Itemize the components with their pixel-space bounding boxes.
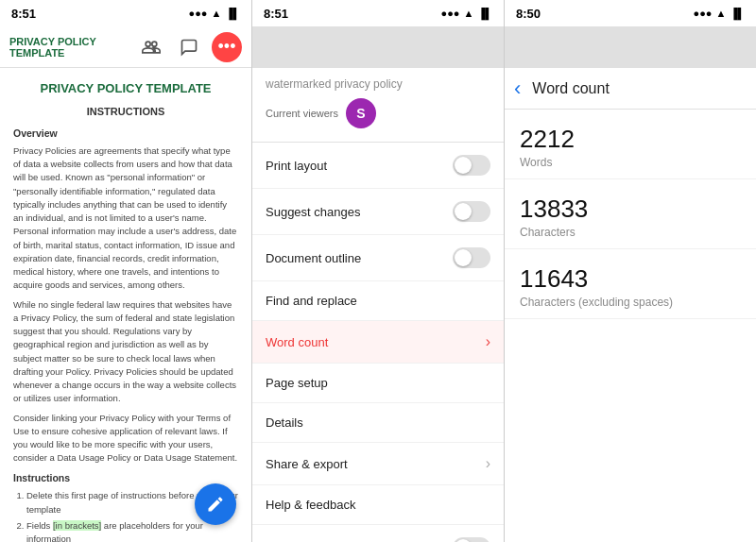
suggest-changes-toggle[interactable] [453, 201, 490, 222]
menu-item-label: Suggest changes [266, 205, 360, 219]
menu-item-suggest-changes[interactable]: Suggest changes [252, 189, 504, 235]
highlight-brackets: [in brackets] [53, 520, 101, 531]
menu-item-label: Document outline [266, 251, 361, 265]
para-2: While no single federal law requires tha… [13, 298, 238, 406]
instructions-heading: Instructions [13, 471, 238, 486]
word-count-sheet: ‹ Word count 2212 Words 13833 Characters… [505, 68, 756, 542]
menu-list: Print layout Suggest changes Document ou… [252, 143, 504, 542]
wifi-icon: ▲ [212, 8, 222, 19]
print-layout-toggle[interactable] [453, 155, 490, 176]
menu-item-details[interactable]: Details [252, 403, 504, 443]
doc-title-label: PRIVACY POLICY TEMPLATE [9, 36, 129, 59]
menu-item-print-layout[interactable]: Print layout [252, 143, 504, 189]
menu-item-label: Share & export [266, 457, 348, 471]
menu-item-find-replace[interactable]: Find and replace [252, 281, 504, 321]
para-3: Consider linking your Privacy Policy wit… [13, 412, 238, 466]
more-options-button[interactable]: ••• [212, 32, 242, 62]
signal-icon-3: ●●● [694, 8, 713, 19]
current-viewers-label: Current viewers [266, 108, 338, 119]
words-label: Words [520, 156, 741, 169]
menu-item-help[interactable]: Help & feedback [252, 485, 504, 525]
menu-item-word-count[interactable]: Word count › [252, 321, 504, 364]
status-icons-3: ●●● ▲ ▐▌ [694, 8, 745, 19]
wifi-icon-2: ▲ [464, 8, 474, 19]
panel-1: 8:51 ●●● ▲ ▐▌ PRIVACY POLICY TEMPLATE ••… [0, 0, 252, 542]
back-chevron-icon: ‹ [514, 76, 521, 101]
current-viewers-row: Current viewers S [266, 98, 490, 136]
menu-header: watermarked privacy policy Current viewe… [252, 68, 504, 143]
battery-icon: ▐▌ [225, 8, 240, 19]
signal-icon: ●●● [189, 8, 208, 19]
available-offline-toggle[interactable] [453, 537, 490, 542]
chars-label: Characters [520, 226, 741, 239]
document-content-1: PRIVACY POLICY TEMPLATE INSTRUCTIONS Ove… [0, 68, 251, 542]
avatar: S [346, 98, 376, 128]
time-3: 8:50 [516, 7, 541, 21]
overview-body: Privacy Policies are agreements that spe… [13, 144, 238, 293]
menu-item-doc-outline[interactable]: Document outline [252, 235, 504, 281]
battery-icon-2: ▐▌ [477, 8, 492, 19]
menu-item-label: Find and replace [266, 294, 357, 308]
menu-sheet: watermarked privacy policy Current viewe… [252, 68, 504, 542]
menu-item-label: Page setup [266, 376, 328, 390]
chars-nospace-label: Characters (excluding spaces) [520, 296, 741, 309]
status-bar-1: 8:51 ●●● ▲ ▐▌ [0, 0, 251, 26]
menu-item-label: Details [266, 415, 303, 430]
panel-2: 8:51 ●●● ▲ ▐▌ PRIVACY POLICY TEMPLATE IN… [252, 0, 505, 542]
status-bar-2: 8:51 ●●● ▲ ▐▌ [252, 0, 504, 26]
back-button[interactable]: ‹ [514, 76, 521, 101]
chars-nospace-value: 11643 [520, 264, 741, 294]
word-count-stats: 2212 Words 13833 Characters 11643 Charac… [505, 110, 756, 319]
status-icons-2: ●●● ▲ ▐▌ [441, 8, 492, 19]
chat-button[interactable] [174, 32, 204, 62]
wifi-icon-3: ▲ [716, 8, 727, 19]
signal-icon-2: ●●● [441, 8, 460, 19]
status-icons-1: ●●● ▲ ▐▌ [189, 8, 240, 19]
doc-subtitle: INSTRUCTIONS [13, 104, 238, 120]
menu-item-available-offline[interactable]: Available offline [252, 525, 504, 542]
menu-item-label: Word count [266, 335, 328, 349]
word-count-toolbar: ‹ Word count [505, 68, 756, 110]
menu-item-label: Help & feedback [266, 498, 355, 512]
menu-item-label: Print layout [266, 159, 327, 173]
stat-characters: 13833 Characters [505, 179, 756, 249]
words-value: 2212 [520, 125, 741, 154]
toolbar-1: PRIVACY POLICY TEMPLATE ••• [0, 26, 251, 68]
overview-heading: Overview [13, 127, 238, 142]
chevron-right-icon-2: › [486, 455, 490, 472]
panel-3: 8:50 ●●● ▲ ▐▌ PRIVAC... Privacy Policies… [505, 0, 756, 542]
chevron-right-icon: › [486, 333, 490, 350]
stat-characters-no-spaces: 11643 Characters (excluding spaces) [505, 249, 756, 319]
battery-icon-3: ▐▌ [730, 8, 745, 19]
person-add-button[interactable] [136, 32, 166, 62]
word-count-title: Word count [532, 80, 610, 97]
more-dots-icon: ••• [218, 37, 236, 57]
stat-words: 2212 Words [505, 110, 756, 179]
status-bar-3: 8:50 ●●● ▲ ▐▌ [505, 0, 756, 26]
edit-fab[interactable] [195, 483, 236, 525]
menu-doc-title: watermarked privacy policy [266, 77, 490, 91]
menu-item-page-setup[interactable]: Page setup [252, 364, 504, 403]
time-1: 8:51 [11, 7, 36, 21]
doc-outline-toggle[interactable] [453, 247, 490, 268]
chars-value: 13833 [520, 195, 741, 224]
time-2: 8:51 [264, 7, 288, 21]
doc-main-title: PRIVACY POLICY TEMPLATE [13, 79, 238, 98]
menu-item-share-export[interactable]: Share & export › [252, 443, 504, 485]
